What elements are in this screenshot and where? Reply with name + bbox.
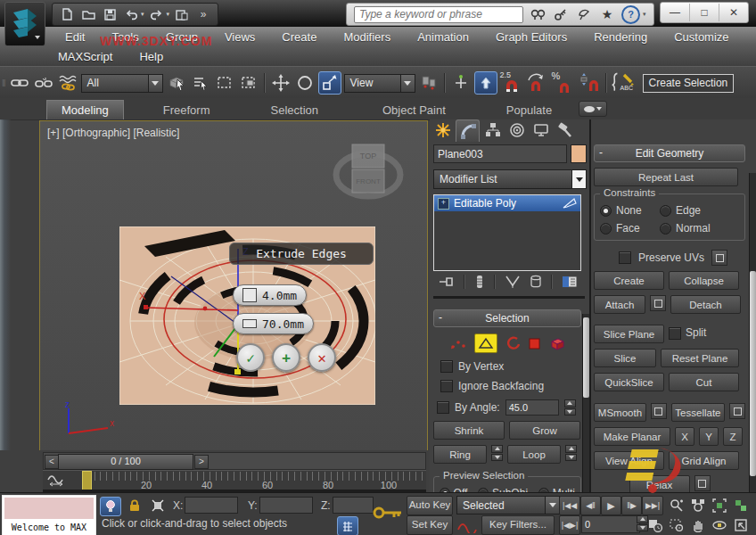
edit-geometry-rollout-header[interactable]: - Edit Geometry <box>594 144 745 162</box>
menu-maxscript[interactable]: MAXScript <box>45 50 126 63</box>
by-angle-checkbox[interactable] <box>437 401 449 414</box>
caddy-ok-button[interactable]: ✓ <box>236 343 265 372</box>
save-file-icon[interactable] <box>101 5 119 23</box>
previous-frame-playback-button[interactable]: ◀‖ <box>580 496 601 515</box>
viewport-label[interactable]: [+] [Orthographic] [Realistic] <box>47 127 179 139</box>
show-end-result-icon[interactable] <box>474 275 485 289</box>
constraint-edge-radio[interactable] <box>660 205 671 217</box>
ribbon-tab-modeling[interactable]: Modeling <box>46 100 124 119</box>
window-crossing-toggle-icon[interactable] <box>238 72 259 94</box>
constraint-normal-radio[interactable] <box>660 223 671 235</box>
keyboard-shortcut-override-icon[interactable] <box>474 71 497 95</box>
zoom-all-icon[interactable] <box>688 497 708 514</box>
default-in-out-tangents-icon[interactable] <box>456 517 478 533</box>
set-keys-key-icon[interactable] <box>373 503 403 523</box>
orbit-icon[interactable] <box>710 516 729 534</box>
by-vertex-checkbox[interactable] <box>440 360 453 373</box>
stack-item-editable-poly[interactable]: + Editable Poly <box>434 195 580 211</box>
display-tab-icon[interactable] <box>530 119 552 141</box>
modifier-list-dropdown[interactable]: Modifier List <box>433 169 587 189</box>
grow-button[interactable]: Grow <box>509 421 580 440</box>
redo-dropdown-icon[interactable]: ▾ <box>167 11 170 18</box>
key-mode-toggle-button[interactable]: |◀▶| <box>559 515 580 535</box>
toolbar-overflow-icon[interactable]: » <box>194 5 212 23</box>
shrink-button[interactable]: Shrink <box>433 421 505 440</box>
caddy-cancel-button[interactable]: ✕ <box>308 343 336 372</box>
polygon-subobject-icon[interactable] <box>528 337 541 350</box>
constraint-none-radio[interactable] <box>600 205 612 217</box>
y-coordinate-field[interactable] <box>259 497 313 514</box>
motion-tab-icon[interactable] <box>505 119 528 141</box>
angle-snap-toggle-icon[interactable] <box>526 71 549 95</box>
ribbon-tab-populate[interactable]: Populate <box>492 101 566 119</box>
reference-coordinate-system-dropdown[interactable]: View <box>344 74 415 93</box>
make-unique-icon[interactable] <box>505 275 521 289</box>
current-frame-field[interactable] <box>581 515 640 533</box>
msmooth-settings-button[interactable] <box>651 403 667 419</box>
pan-hand-icon[interactable] <box>688 516 708 534</box>
select-by-name-icon[interactable] <box>190 72 211 94</box>
right-column-scrollbar[interactable] <box>749 173 756 492</box>
ring-button[interactable]: Ring <box>433 445 487 464</box>
project-folder-icon[interactable] <box>173 5 191 23</box>
selection-lock-toggle-icon[interactable] <box>125 497 144 514</box>
modifier-stack[interactable]: + Editable Poly <box>433 194 581 271</box>
search-input[interactable] <box>354 6 523 23</box>
use-pivot-point-center-icon[interactable] <box>418 72 440 94</box>
hierarchy-tab-icon[interactable] <box>481 119 504 141</box>
ribbon-tab-freeform[interactable]: Freeform <box>149 101 225 119</box>
attach-button[interactable]: Attach <box>594 295 645 314</box>
ignore-backfacing-checkbox[interactable] <box>440 380 453 392</box>
create-selection-set-field[interactable]: Create Selection <box>643 74 735 93</box>
remove-modifier-icon[interactable] <box>530 275 542 289</box>
ribbon-tab-object-paint[interactable]: Object Paint <box>368 101 460 119</box>
selection-filter-dropdown[interactable]: All <box>81 74 163 93</box>
menu-views[interactable]: Views <box>211 30 268 44</box>
loop-button[interactable]: Loop <box>507 445 561 464</box>
bind-to-space-warp-icon[interactable] <box>57 72 78 94</box>
object-name-field[interactable] <box>433 144 567 163</box>
select-and-scale-icon[interactable] <box>318 71 341 95</box>
set-key-button[interactable]: Set Key <box>407 515 453 535</box>
redo-icon[interactable] <box>148 5 166 23</box>
utilities-tab-icon[interactable] <box>554 119 576 141</box>
make-planar-y-button[interactable]: Y <box>699 427 719 446</box>
border-subobject-icon[interactable] <box>505 336 520 350</box>
menu-animation[interactable]: Animation <box>404 30 482 44</box>
favorites-star-icon[interactable]: ★ <box>598 5 616 23</box>
isolate-selection-toggle-icon[interactable] <box>100 497 121 516</box>
mini-curve-editor-icon[interactable] <box>46 473 70 489</box>
unlink-selection-icon[interactable] <box>33 72 54 94</box>
track-bar-ruler[interactable]: 0 20 40 60 80 100 <box>43 470 426 490</box>
loop-spinner[interactable] <box>565 445 577 461</box>
preserve-uvs-checkbox[interactable] <box>619 251 631 264</box>
undo-icon[interactable] <box>122 5 140 23</box>
detach-button[interactable]: Detach <box>670 295 741 314</box>
menu-edit[interactable]: Edit <box>52 30 98 44</box>
open-file-icon[interactable] <box>79 5 97 23</box>
time-slider[interactable]: 0 / 100 <box>58 454 193 470</box>
sign-in-key-icon[interactable] <box>552 5 570 23</box>
z-coordinate-field[interactable] <box>333 497 374 514</box>
constraint-face-radio[interactable] <box>600 223 612 235</box>
selection-rollout-header[interactable]: - Selection <box>433 309 581 327</box>
slice-button[interactable]: Slice <box>594 349 656 367</box>
edge-subobject-icon[interactable] <box>474 333 497 353</box>
edit-named-selection-sets-icon[interactable]: ABC <box>612 71 638 95</box>
new-file-icon[interactable] <box>58 5 76 23</box>
menu-customize[interactable]: Customize <box>661 30 742 44</box>
repeat-last-button[interactable]: Repeat Last <box>594 168 738 186</box>
key-filters-button[interactable]: Key Filters... <box>481 515 555 535</box>
create-tab-icon[interactable] <box>431 119 454 141</box>
previous-frame-button[interactable]: < <box>45 455 59 469</box>
zoom-extents-icon[interactable] <box>710 497 729 514</box>
viewcube[interactable]: TOP FRONT <box>325 137 411 209</box>
select-object-icon[interactable] <box>166 72 187 94</box>
rectangular-selection-region-icon[interactable] <box>214 72 235 94</box>
slice-plane-button[interactable]: Slice Plane <box>594 325 664 343</box>
reset-plane-button[interactable]: Reset Plane <box>661 349 739 367</box>
auto-key-button[interactable]: Auto Key <box>407 496 453 515</box>
extrude-height-field[interactable]: 4.0mm <box>233 284 307 306</box>
application-menu-button[interactable] <box>4 2 45 46</box>
menu-create[interactable]: Create <box>268 30 330 44</box>
